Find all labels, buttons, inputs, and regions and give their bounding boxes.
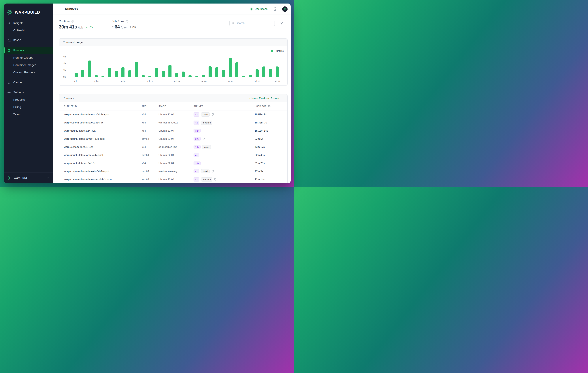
size-badge: small bbox=[201, 169, 210, 173]
runtime-bar-jul-6[interactable] bbox=[108, 68, 111, 77]
x-axis-tick: Jul 24 bbox=[227, 80, 233, 83]
runtime-bar-jul-9[interactable] bbox=[128, 70, 131, 77]
runner-used-for: 43m 17s bbox=[255, 146, 283, 149]
image-link[interactable]: med-runner-img bbox=[158, 170, 177, 173]
app-window: WARPBUILD InsightsCI HealthBYOCRunnersRu… bbox=[4, 3, 291, 183]
column-header-arch[interactable]: ARCH bbox=[142, 105, 158, 107]
tag-icon[interactable] bbox=[214, 178, 217, 181]
filter-icon[interactable] bbox=[280, 21, 284, 25]
sidebar-item-runners[interactable]: Runners bbox=[4, 47, 53, 54]
runtime-bar-jul-19[interactable] bbox=[195, 76, 198, 77]
image-link[interactable]: wb-test-image02 bbox=[158, 121, 178, 124]
tag-icon[interactable] bbox=[202, 138, 205, 140]
column-header-runner-id[interactable]: RUNNER ID bbox=[64, 105, 142, 107]
runtime-bar-jul-16[interactable] bbox=[175, 73, 178, 77]
runner-badges: 16xlarge bbox=[194, 145, 255, 149]
docs-icon[interactable] bbox=[273, 7, 277, 11]
tag-icon[interactable] bbox=[211, 113, 214, 116]
tag-icon[interactable] bbox=[211, 170, 214, 173]
runtime-bar-jul-15[interactable] bbox=[168, 65, 171, 77]
runner-arch: arm64 bbox=[142, 154, 158, 157]
runtime-bar-jul-17[interactable] bbox=[182, 72, 185, 77]
runtime-bar-jul-2[interactable] bbox=[81, 70, 84, 77]
runner-used-for: 22m 14s bbox=[255, 178, 283, 181]
runtime-bar-jul-11[interactable] bbox=[142, 75, 145, 77]
table-row[interactable]: warp-custom-ubuntu-latest-x64-8x-spotx64… bbox=[59, 110, 287, 118]
column-header-used-for[interactable]: USED FOR bbox=[255, 105, 283, 108]
sidebar-item-byoc[interactable]: BYOC bbox=[4, 37, 53, 44]
column-header-image[interactable]: IMAGE bbox=[158, 105, 194, 107]
table-row[interactable]: warp-custom-ubuntu-latest-x64-4xx64wb-te… bbox=[59, 118, 287, 127]
sidebar-item-billing[interactable]: Billing bbox=[4, 103, 53, 111]
sidebar-item-ci-health[interactable]: CI Health bbox=[4, 27, 53, 34]
column-header-runner[interactable]: RUNNER bbox=[194, 105, 255, 107]
runner-used-for: 32m 48s bbox=[255, 154, 283, 157]
table-row[interactable]: warp-ubuntu-latest-x64-32xx64Ubuntu 22.0… bbox=[59, 127, 287, 135]
runtime-bar-jul-24[interactable] bbox=[229, 58, 232, 77]
table-body: warp-custom-ubuntu-latest-x64-8x-spotx64… bbox=[59, 110, 287, 183]
org-switcher[interactable]: WarpBuild bbox=[4, 172, 53, 183]
runtime-bar-jul-5[interactable] bbox=[101, 76, 105, 77]
runners-table-card: Runners Create Custom Runner RUNNER IDAR… bbox=[59, 94, 288, 183]
runtime-bar-jul-7[interactable] bbox=[115, 71, 118, 77]
warpbuild-logo-icon bbox=[7, 9, 13, 15]
sidebar-item-container-images[interactable]: Container Images bbox=[4, 61, 53, 69]
table-row[interactable]: warp-custom-ubuntu-latest-arm64-4x-spota… bbox=[59, 175, 287, 183]
job-runs-value: ~64 bbox=[112, 24, 120, 30]
sidebar-item-insights[interactable]: Insights bbox=[4, 20, 53, 27]
sidebar-item-team[interactable]: Team bbox=[4, 111, 53, 118]
runtime-bar-jul-28[interactable] bbox=[256, 69, 259, 77]
image-name: Ubuntu 22.04 bbox=[158, 178, 174, 181]
runtime-bar-jul-23[interactable] bbox=[222, 70, 225, 77]
runtime-bar-jul-3[interactable] bbox=[88, 61, 91, 77]
sidebar-item-runner-groups[interactable]: Runner Groups bbox=[4, 54, 53, 61]
size-badge: medium bbox=[201, 177, 212, 181]
image-name: Ubuntu 22.04 bbox=[158, 138, 174, 140]
gear-icon bbox=[7, 91, 11, 94]
logo[interactable]: WARPBUILD bbox=[4, 3, 53, 16]
sidebar-item-settings[interactable]: Settings bbox=[4, 89, 53, 96]
runtime-bar-jul-18[interactable] bbox=[189, 75, 191, 77]
runtime-bar-jul-26[interactable] bbox=[242, 76, 245, 77]
runtime-bar-jul-21[interactable] bbox=[209, 66, 212, 77]
create-custom-runner-button[interactable]: Create Custom Runner bbox=[250, 96, 284, 100]
sidebar-item-cache[interactable]: Cache bbox=[4, 79, 53, 86]
table-row[interactable]: warp-ubuntu-latest-x64-16xx64Ubuntu 22.0… bbox=[59, 159, 287, 167]
avatar[interactable] bbox=[282, 6, 288, 12]
multiplier-badge: 8x bbox=[194, 112, 199, 117]
runtime-bar-jul-25[interactable] bbox=[235, 62, 238, 77]
runtime-bar-jul-14[interactable] bbox=[162, 71, 165, 77]
size-badge: medium bbox=[201, 121, 212, 125]
search-input[interactable] bbox=[236, 21, 273, 25]
table-row[interactable]: warp-custom-ubuntu-latest-x64-4x-spotarm… bbox=[59, 167, 287, 175]
status-badge[interactable]: Operational bbox=[250, 8, 268, 11]
sidebar-item-label: Container Images bbox=[13, 64, 36, 67]
table-row[interactable]: warp-ubuntu-latest-arm64-32x-spotarm64Ub… bbox=[59, 135, 287, 143]
sidebar-item-custom-runners[interactable]: Custom Runners bbox=[4, 69, 53, 76]
multiplier-badge: 16x bbox=[194, 145, 200, 149]
runners-usage-card: Runners Usage Runtime 0s1h2h4hJul 1Jul 4… bbox=[59, 38, 288, 86]
runtime-bar-jul-31[interactable] bbox=[276, 66, 279, 77]
runtime-bar-jul-4[interactable] bbox=[95, 75, 98, 77]
runtime-bar-jul-22[interactable] bbox=[215, 67, 218, 77]
table-row[interactable]: warp-custom-go-x64-16xx64go-modules-img1… bbox=[59, 143, 287, 151]
image-link[interactable]: go-modules-img bbox=[158, 146, 177, 149]
runtime-bar-jul-1[interactable] bbox=[74, 73, 78, 77]
runtime-bar-jul-10[interactable] bbox=[135, 62, 138, 77]
runtime-bar-jul-27[interactable] bbox=[249, 75, 252, 77]
y-axis-tick: 4h bbox=[59, 55, 66, 58]
table-row[interactable]: warp-ubuntu-latest-arm64-4x-spotarm64Ubu… bbox=[59, 151, 287, 159]
runner-used-for: 53m 5s bbox=[255, 138, 283, 140]
runtime-bar-jul-29[interactable] bbox=[262, 66, 265, 77]
table-card-header: Runners Create Custom Runner bbox=[59, 94, 287, 102]
runner-id: warp-custom-go-x64-16x bbox=[64, 146, 142, 149]
runtime-bar-jul-8[interactable] bbox=[121, 67, 125, 77]
multiplier-badge: 4x bbox=[194, 121, 199, 125]
runtime-bar-jul-12[interactable] bbox=[148, 76, 151, 77]
info-icon[interactable] bbox=[71, 20, 74, 23]
info-icon[interactable] bbox=[126, 20, 129, 23]
runtime-bar-jul-20[interactable] bbox=[202, 75, 205, 77]
sidebar-item-products[interactable]: Products bbox=[4, 96, 53, 103]
runtime-bar-jul-13[interactable] bbox=[155, 68, 158, 77]
runtime-bar-jul-30[interactable] bbox=[269, 69, 272, 77]
